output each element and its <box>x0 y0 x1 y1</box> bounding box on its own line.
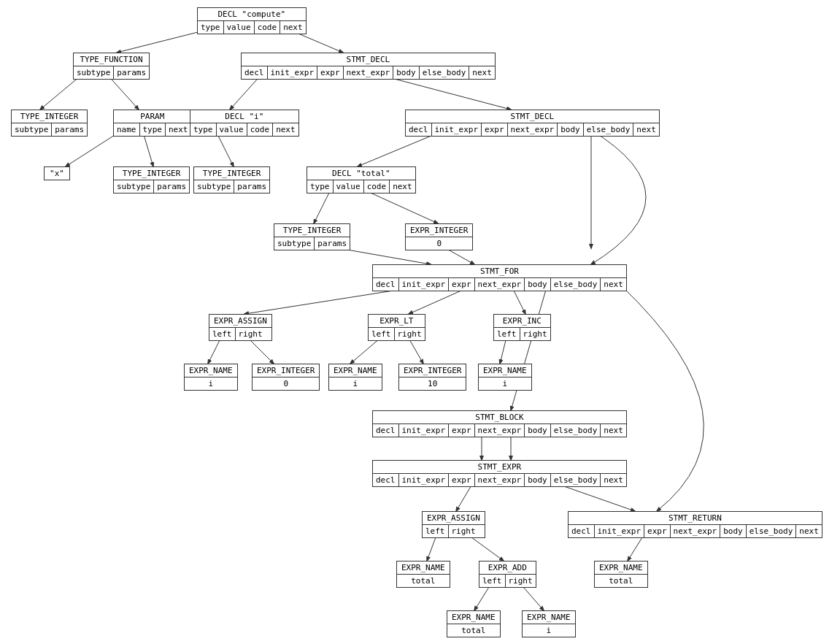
field: next <box>601 424 626 437</box>
node-expr-name-i1-val: i <box>185 377 237 390</box>
node-type-integer-1-fields: subtype params <box>12 123 87 136</box>
field: else_body <box>584 123 634 136</box>
node-decl-i-fields: type value code next <box>190 123 298 136</box>
field: name <box>114 123 140 136</box>
node-decl-compute-fields: type value code next <box>198 21 306 34</box>
field: next <box>601 278 626 291</box>
node-expr-add: EXPR_ADD left right <box>479 561 536 588</box>
node-stmt-for: STMT_FOR decl init_expr expr next_expr b… <box>372 264 627 291</box>
node-stmt-decl-2: STMT_DECL decl init_expr expr next_expr … <box>405 110 660 137</box>
node-expr-name-total2: EXPR_NAME total <box>594 561 648 588</box>
ast-diagram: DECL "compute" type value code next TYPE… <box>0 0 840 644</box>
field: body <box>558 123 584 136</box>
node-expr-add-title: EXPR_ADD <box>479 561 536 575</box>
field: type <box>190 123 217 136</box>
node-expr-integer-0-title: EXPR_INTEGER <box>406 224 472 237</box>
node-expr-name-i2-val: i <box>329 377 382 390</box>
field: subtype <box>194 180 234 193</box>
field: next <box>633 123 659 136</box>
field: left <box>423 525 449 537</box>
field: next <box>601 474 626 486</box>
field: code <box>247 123 274 136</box>
node-expr-inc-title: EXPR_INC <box>494 315 550 328</box>
field: params <box>114 66 149 79</box>
field: next_expr <box>475 424 525 437</box>
field: expr <box>317 66 344 79</box>
node-decl-total: DECL "total" type value code next <box>307 166 416 193</box>
field: expr <box>482 123 508 136</box>
node-expr-name-total1-title: EXPR_NAME <box>397 561 450 575</box>
field: params <box>315 237 350 250</box>
field: else_body <box>551 424 601 437</box>
node-stmt-block: STMT_BLOCK decl init_expr expr next_expr… <box>372 410 627 437</box>
node-type-function: TYPE_FUNCTION subtype params <box>73 53 150 80</box>
node-expr-integer-10-val: 10 <box>399 377 466 390</box>
field: code <box>364 180 390 193</box>
node-type-function-fields: subtype params <box>74 66 149 79</box>
node-param-title: PARAM <box>114 110 191 123</box>
node-type-function-title: TYPE_FUNCTION <box>74 53 149 66</box>
node-expr-assign: EXPR_ASSIGN left right <box>209 314 272 341</box>
node-expr-assign-fields: left right <box>209 328 271 340</box>
field: next_expr <box>344 66 394 79</box>
field: params <box>234 180 269 193</box>
field: init_expr <box>399 278 450 291</box>
field: decl <box>406 123 432 136</box>
field: left <box>209 328 236 340</box>
node-type-integer-4: TYPE_INTEGER subtype params <box>274 223 350 250</box>
node-expr-name-i3-title: EXPR_NAME <box>479 364 531 377</box>
node-expr-name-total3-title: EXPR_NAME <box>447 611 500 624</box>
node-expr-name-i4: EXPR_NAME i <box>522 610 576 637</box>
node-expr-name-i1-title: EXPR_NAME <box>185 364 237 377</box>
node-expr-integer-0: EXPR_INTEGER 0 <box>405 223 473 250</box>
field: next <box>280 21 306 34</box>
node-type-integer-3-title: TYPE_INTEGER <box>194 167 269 180</box>
field: value <box>217 123 247 136</box>
node-expr-name-total1-val: total <box>397 575 450 587</box>
field: next_expr <box>475 474 525 486</box>
node-stmt-expr-title: STMT_EXPR <box>373 461 626 474</box>
node-expr-inc-fields: left right <box>494 328 550 340</box>
field: subtype <box>274 237 315 250</box>
node-stmt-for-fields: decl init_expr expr next_expr body else_… <box>373 278 626 291</box>
node-expr-integer-0b-title: EXPR_INTEGER <box>253 364 319 377</box>
node-expr-integer-10-title: EXPR_INTEGER <box>399 364 466 377</box>
field: next_expr <box>671 525 721 537</box>
node-type-integer-2-fields: subtype params <box>114 180 189 193</box>
field: next <box>796 525 822 537</box>
node-expr-name-i3-val: i <box>479 377 531 390</box>
node-decl-compute-title: DECL "compute" <box>198 8 306 21</box>
node-expr-integer-0-val: 0 <box>406 237 472 250</box>
field: code <box>255 21 281 34</box>
field: init_expr <box>399 474 450 486</box>
field: init_expr <box>595 525 645 537</box>
node-x-label-text: "x" <box>45 167 69 180</box>
node-stmt-return-fields: decl init_expr expr next_expr body else_… <box>569 525 822 537</box>
node-expr-integer-10: EXPR_INTEGER 10 <box>398 364 466 391</box>
field: left <box>369 328 395 340</box>
node-stmt-decl-2-title: STMT_DECL <box>406 110 659 123</box>
node-expr-assign-title: EXPR_ASSIGN <box>209 315 271 328</box>
node-expr-lt-fields: left right <box>369 328 425 340</box>
field: init_expr <box>399 424 450 437</box>
node-expr-assign2-fields: left right <box>423 525 485 537</box>
node-type-integer-4-title: TYPE_INTEGER <box>274 224 350 237</box>
field: else_body <box>551 278 601 291</box>
field: params <box>52 123 87 136</box>
node-expr-integer-0b: EXPR_INTEGER 0 <box>252 364 320 391</box>
node-expr-name-i4-title: EXPR_NAME <box>523 611 575 624</box>
field: body <box>525 474 551 486</box>
field: next_expr <box>508 123 558 136</box>
field: else_body <box>551 474 601 486</box>
field: decl <box>373 278 399 291</box>
field: next <box>390 180 415 193</box>
node-expr-name-i2: EXPR_NAME i <box>328 364 382 391</box>
field: body <box>720 525 747 537</box>
field: value <box>224 21 255 34</box>
field: expr <box>644 525 671 537</box>
node-stmt-decl-1: STMT_DECL decl init_expr expr next_expr … <box>241 53 496 80</box>
node-expr-name-total2-title: EXPR_NAME <box>595 561 647 575</box>
node-type-integer-4-fields: subtype params <box>274 237 350 250</box>
field: decl <box>569 525 595 537</box>
node-type-integer-3: TYPE_INTEGER subtype params <box>193 166 270 193</box>
